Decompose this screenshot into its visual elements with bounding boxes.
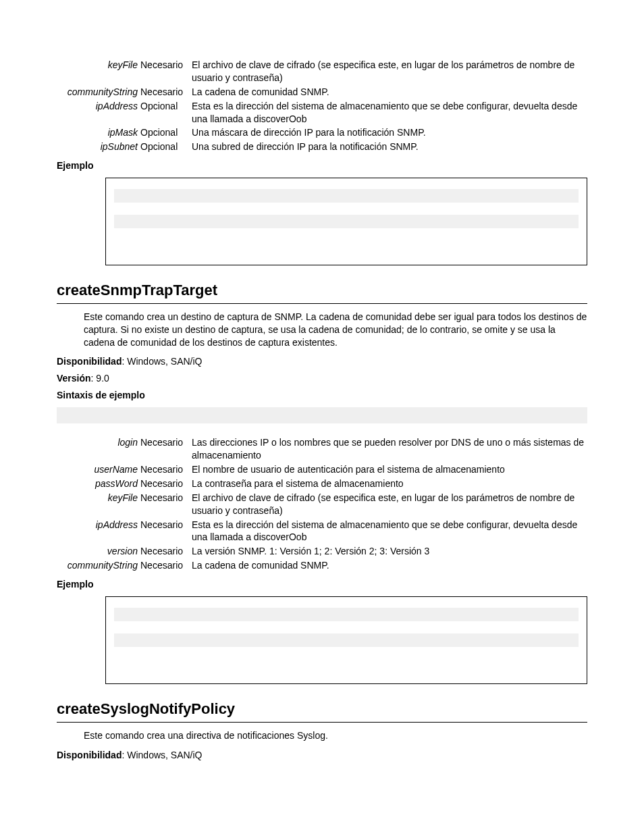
- param-row: communityStringNecesarioLa cadena de com…: [57, 85, 587, 99]
- param-description: La cadena de comunidad SNMP.: [192, 558, 587, 573]
- section-intro: Este comando crea un destino de captura …: [84, 311, 587, 349]
- syntax-label: Sintaxis de ejemplo: [57, 389, 587, 402]
- param-row: keyFileNecesarioEl archivo de clave de c…: [57, 491, 587, 518]
- example-box: [105, 596, 587, 684]
- param-description: Esta es la dirección del sistema de alma…: [192, 518, 587, 545]
- param-row: passWordNecesarioLa contraseña para el s…: [57, 477, 587, 491]
- param-description: La cadena de comunidad SNMP.: [192, 85, 587, 99]
- param-name: communityString: [57, 85, 140, 99]
- param-row: ipMaskOpcionalUna máscara de dirección I…: [57, 126, 587, 140]
- param-description: El archivo de clave de cifrado (se espec…: [192, 58, 587, 85]
- param-required: Necesario: [140, 477, 192, 491]
- availability-value: : Windows, SAN/iQ: [122, 750, 202, 760]
- param-description: Esta es la dirección del sistema de alma…: [192, 99, 587, 126]
- param-required: Opcional: [140, 126, 192, 140]
- param-name: version: [57, 544, 140, 558]
- param-name: ipAddress: [57, 518, 140, 545]
- param-description: Las direcciones IP o los nombres que se …: [192, 436, 587, 463]
- param-required: Opcional: [140, 99, 192, 126]
- param-row: userNameNecesarioEl nombre de usuario de…: [57, 463, 587, 477]
- param-name: ipMask: [57, 126, 140, 140]
- param-name: ipAddress: [57, 99, 140, 126]
- param-row: ipAddressNecesarioEsta es la dirección d…: [57, 518, 587, 545]
- heading-createSyslogNotifyPolicy: createSyslogNotifyPolicy: [57, 699, 587, 723]
- param-name: userName: [57, 463, 140, 477]
- param-description: La versión SNMP. 1: Versión 1; 2: Versió…: [192, 544, 587, 558]
- param-table-top: keyFileNecesarioEl archivo de clave de c…: [57, 58, 587, 154]
- param-required: Necesario: [140, 491, 192, 518]
- param-description: El archivo de clave de cifrado (se espec…: [192, 491, 587, 518]
- param-description: La contraseña para el sistema de almacen…: [192, 477, 587, 491]
- param-name: communityString: [57, 558, 140, 573]
- param-row: versionNecesarioLa versión SNMP. 1: Vers…: [57, 544, 587, 558]
- example-label: Ejemplo: [57, 159, 587, 172]
- example-label: Ejemplo: [57, 578, 587, 591]
- param-row: ipAddressOpcionalEsta es la dirección de…: [57, 99, 587, 126]
- availability-value: : Windows, SAN/iQ: [122, 356, 202, 367]
- syntax-example-bar: [57, 407, 587, 423]
- param-required: Necesario: [140, 558, 192, 573]
- param-name: ipSubnet: [57, 140, 140, 154]
- version-line: Versión: 9.0: [57, 372, 587, 385]
- param-name: login: [57, 436, 140, 463]
- heading-createSnmpTrapTarget: createSnmpTrapTarget: [57, 280, 587, 304]
- param-row: communityStringNecesarioLa cadena de com…: [57, 558, 587, 573]
- param-row: keyFileNecesarioEl archivo de clave de c…: [57, 58, 587, 85]
- availability-line: Disponibilidad: Windows, SAN/iQ: [57, 749, 587, 762]
- code-line-placeholder: [114, 608, 579, 621]
- param-required: Necesario: [140, 58, 192, 85]
- param-row: ipSubnetOpcionalUna subred de dirección …: [57, 140, 587, 154]
- param-description: Una máscara de dirección IP para la noti…: [192, 126, 587, 140]
- param-required: Necesario: [140, 518, 192, 545]
- param-required: Opcional: [140, 140, 192, 154]
- version-label: Versión: [57, 373, 91, 384]
- param-table-section1: loginNecesarioLas direcciones IP o los n…: [57, 436, 587, 573]
- param-required: Necesario: [140, 463, 192, 477]
- availability-label: Disponibilidad: [57, 356, 122, 367]
- availability-label: Disponibilidad: [57, 750, 122, 760]
- code-line-placeholder: [114, 189, 579, 203]
- param-required: Necesario: [140, 436, 192, 463]
- param-name: keyFile: [57, 491, 140, 518]
- availability-line: Disponibilidad: Windows, SAN/iQ: [57, 355, 587, 368]
- section-intro: Este comando crea una directiva de notif…: [84, 729, 587, 742]
- code-line-placeholder: [114, 633, 579, 647]
- code-line-placeholder: [114, 215, 579, 228]
- param-required: Necesario: [140, 544, 192, 558]
- param-required: Necesario: [140, 85, 192, 99]
- param-description: Una subred de dirección IP para la notif…: [192, 140, 587, 154]
- example-box: [105, 178, 587, 265]
- param-description: El nombre de usuario de autenticación pa…: [192, 463, 587, 477]
- param-name: passWord: [57, 477, 140, 491]
- version-value: : 9.0: [91, 373, 109, 384]
- param-row: loginNecesarioLas direcciones IP o los n…: [57, 436, 587, 463]
- param-name: keyFile: [57, 58, 140, 85]
